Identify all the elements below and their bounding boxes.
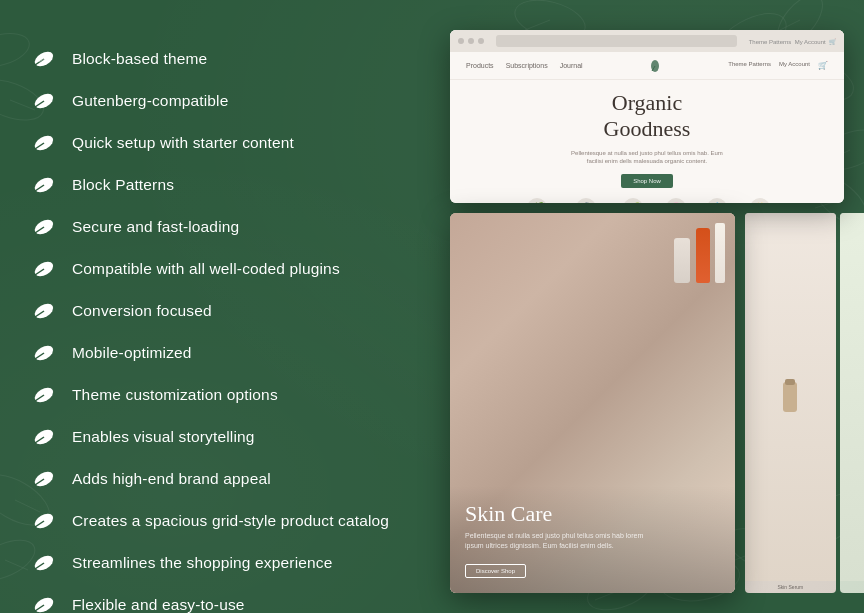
nav-theme-patterns: Theme Patterns [728,61,771,70]
leaf-icon-gutenberg [30,87,58,115]
feature-item-secure: Secure and fast-loading [30,208,430,246]
hero-icon-hydrating: 💧 Hydrating [706,198,727,203]
feature-text-flexible: Flexible and easy-to-use [72,595,245,613]
feature-text-conversion: Conversion focused [72,301,212,321]
skin-care-discover-button[interactable]: Discover Shop [465,564,526,578]
feature-item-storytelling: Enables visual storytelling [30,418,430,456]
browser-buttons: Theme Patterns My Account 🛒 [749,38,836,45]
svg-rect-62 [783,382,797,412]
feature-text-secure: Secure and fast-loading [72,217,239,237]
hero-icon-natural: 🌸 Natural [666,198,686,203]
nav-cart-icon: 🛒 [818,61,828,70]
leaf-icon-brand [30,465,58,493]
product-cell-2: Face Cream [840,213,864,593]
screenshot-skin-care: Skin Care Pellentesque at nulla sed just… [450,213,735,593]
leaf-icon-block-patterns [30,171,58,199]
leaf-icon-mobile [30,339,58,367]
feature-text-grid: Creates a spacious grid-style product ca… [72,511,389,531]
feature-item-mobile: Mobile-optimized [30,334,430,372]
feature-text-quick-setup: Quick setup with starter content [72,133,294,153]
feature-item-block-patterns: Block Patterns [30,166,430,204]
browser-dot-red [458,38,464,44]
hero-icon-cruelty: 🧴 Cruelty Free [573,198,601,203]
feature-item-gutenberg: Gutenberg-compatible [30,82,430,120]
hero-subtitle: Pellentesque at nulla sed justo phul tel… [567,149,727,166]
feature-text-compatible: Compatible with all well-coded plugins [72,259,340,279]
sustainable-icon: 🌱 [623,198,643,203]
organic-icon: 🌿 [527,198,547,203]
leaf-icon-quick-setup [30,129,58,157]
screenshot-main: Theme Patterns My Account 🛒 Products Sub… [450,30,844,203]
product-bottle-cream [674,238,690,283]
browser-dot-yellow [468,38,474,44]
feature-item-customization: Theme customization options [30,376,430,414]
leaf-icon-flexible [30,591,58,613]
feature-text-shopping: Streamlines the shopping experience [72,553,332,573]
feature-item-compatible: Compatible with all well-coded plugins [30,250,430,288]
product-cell-1-img [745,213,836,581]
nav-link-subscriptions: Subscriptions [506,62,548,69]
features-list: Block-based theme Gutenberg-compatible Q… [30,30,430,593]
feature-item-grid: Creates a spacious grid-style product ca… [30,502,430,540]
feature-text-gutenberg: Gutenberg-compatible [72,91,228,111]
browser-bar-main: Theme Patterns My Account 🛒 [450,30,844,52]
feature-item-flexible: Flexible and easy-to-use [30,586,430,613]
feature-text-brand: Adds high-end brand appeal [72,469,271,489]
natural-icon: 🌸 [666,198,686,203]
feature-item-conversion: Conversion focused [30,292,430,330]
skin-care-background: Skin Care Pellentesque at nulla sed just… [450,213,735,593]
leaf-icon-customization [30,381,58,409]
screenshots-bottom: Skin Care Pellentesque at nulla sed just… [450,213,844,593]
cruelty-icon: 🧴 [576,198,596,203]
hero-icon-brightening: ✨ Brightening [748,198,773,203]
feature-text-customization: Theme customization options [72,385,278,405]
feature-item-brand: Adds high-end brand appeal [30,460,430,498]
skin-care-description: Pellentesque at nulla sed justo phul tel… [465,531,645,551]
leaf-icon-shopping [30,549,58,577]
hero-title: Organic Goodness [604,90,691,143]
feature-item-shopping: Streamlines the shopping experience [30,544,430,582]
nav-bar-main: Products Subscriptions Journal Theme Pat… [450,52,844,80]
leaf-icon-secure [30,213,58,241]
leaf-icon-block-based [30,45,58,73]
hero-shop-button[interactable]: Shop Now [621,174,673,188]
feature-text-block-patterns: Block Patterns [72,175,174,195]
hero-icon-organic: 🌿 100% Organic [521,198,553,203]
leaf-icon-storytelling [30,423,58,451]
brightening-icon: ✨ [750,198,770,203]
product-label-1: Skin Serum [745,581,836,593]
brand-logo [649,59,661,73]
product-grid-column: Skin Serum Face Cream Body Lotion [745,213,864,593]
skin-care-title: Skin Care [465,501,720,527]
feature-item-quick-setup: Quick setup with starter content [30,124,430,162]
hydrating-icon: 💧 [707,198,727,203]
nav-links: Products Subscriptions Journal [466,62,583,69]
product-bottle-orange [696,228,710,283]
main-hero-section: Organic Goodness Pellentesque at nulla s… [511,80,783,203]
main-screenshot-inner: Theme Patterns My Account 🛒 Products Sub… [450,30,844,203]
nav-link-journal: Journal [560,62,583,69]
browser-url-bar [496,35,737,47]
skin-care-overlay: Skin Care Pellentesque at nulla sed just… [450,486,735,593]
product-cell-1: Skin Serum [745,213,836,593]
product-cell-2-img [840,213,864,581]
products-grid-row: Skin Serum Face Cream Body Lotion [745,213,864,593]
product-bottle-white [715,223,725,283]
nav-right: Theme Patterns My Account 🛒 [728,61,828,70]
nav-my-account: My Account [779,61,810,70]
content-wrapper: Block-based theme Gutenberg-compatible Q… [0,0,864,613]
screenshots-area: Theme Patterns My Account 🛒 Products Sub… [450,30,844,593]
feature-text-storytelling: Enables visual storytelling [72,427,255,447]
product-label-2: Face Cream [840,581,864,593]
feature-text-mobile: Mobile-optimized [72,343,192,363]
leaf-icon-conversion [30,297,58,325]
leaf-icon-grid [30,507,58,535]
feature-item-block-based: Block-based theme [30,40,430,78]
leaf-icon-compatible [30,255,58,283]
hero-icons-row: 🌿 100% Organic 🧴 Cruelty Free 🌱 Sustaina… [521,198,773,203]
feature-text-block-based: Block-based theme [72,49,207,69]
svg-rect-63 [785,379,795,385]
hero-icon-sustainable: 🌱 Sustainable [620,198,646,203]
browser-dot-green [478,38,484,44]
nav-link-products: Products [466,62,494,69]
